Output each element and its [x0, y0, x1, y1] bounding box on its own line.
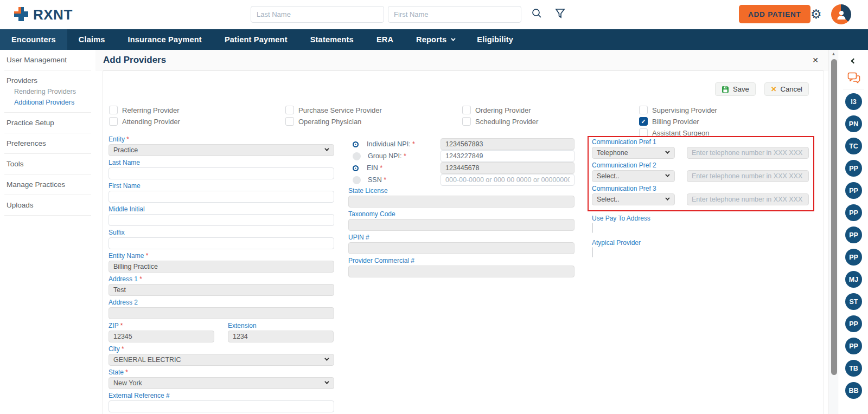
- supervising-provider-checkbox[interactable]: [639, 106, 648, 114]
- sidebar-item-manage-practices[interactable]: Manage Practices: [4, 179, 91, 190]
- comm-pref3-select[interactable]: Select..: [592, 193, 675, 205]
- first-name-search-input[interactable]: [388, 6, 521, 23]
- chevron-left-icon[interactable]: [848, 55, 859, 66]
- state-select[interactable]: New York: [108, 377, 334, 389]
- rxnt-plus-icon: [13, 6, 29, 23]
- vertical-scrollbar[interactable]: [828, 50, 838, 414]
- provider-type-col4: Supervising Provider Billing Provider As…: [639, 106, 717, 140]
- save-button[interactable]: Save: [715, 82, 756, 96]
- sidebar-item-additional-providers[interactable]: Additional Providers: [4, 96, 91, 107]
- last-name-field[interactable]: [108, 167, 334, 179]
- comm-pref1-select[interactable]: Telephone: [592, 147, 675, 159]
- group-npi-radio[interactable]: [353, 152, 361, 160]
- zip-field[interactable]: [108, 331, 214, 342]
- suffix-label: Suffix: [108, 229, 334, 236]
- ein-field[interactable]: [441, 162, 575, 174]
- chat-contact-badge[interactable]: BB: [845, 382, 862, 399]
- chat-contact-badge[interactable]: I3: [845, 93, 862, 110]
- use-pay-to-address-label: Use Pay To Address: [592, 215, 820, 222]
- sidebar-item-preferences[interactable]: Preferences: [4, 138, 91, 148]
- form-column-numbers: Individual NPI: Group NPI: EIN SSN State…: [348, 138, 575, 281]
- chat-contact-badge[interactable]: ST: [845, 293, 862, 310]
- scheduling-provider-checkbox[interactable]: [462, 117, 471, 126]
- chat-contact-badge[interactable]: MJ: [845, 271, 862, 288]
- avatar[interactable]: [831, 4, 851, 24]
- atypical-provider-checkbox[interactable]: [592, 247, 593, 257]
- attending-provider-checkbox[interactable]: [109, 117, 118, 126]
- settings-sidebar: User Management Providers Rendering Prov…: [0, 50, 95, 414]
- chat-contact-badge[interactable]: PP: [845, 315, 862, 332]
- middle-initial-field[interactable]: [108, 214, 334, 226]
- form-toolbar: Save Cancel: [715, 82, 809, 96]
- nav-statements[interactable]: Statements: [299, 29, 365, 50]
- scrollbar-thumb[interactable]: [831, 59, 837, 375]
- entity-select[interactable]: Practice: [108, 144, 334, 156]
- sidebar-item-uploads[interactable]: Uploads: [4, 200, 91, 210]
- close-icon[interactable]: [810, 55, 821, 66]
- cancel-button[interactable]: Cancel: [764, 82, 809, 96]
- upin-label: UPIN #: [348, 234, 575, 241]
- person-icon: [835, 9, 847, 21]
- city-select[interactable]: GENERAL ELECTRIC: [108, 354, 334, 366]
- nav-eligibility[interactable]: Eligibility: [465, 29, 525, 50]
- chat-contact-badge[interactable]: TB: [845, 360, 862, 377]
- last-name-search-input[interactable]: [251, 6, 384, 23]
- taxonomy-code-field[interactable]: [348, 219, 575, 231]
- suffix-field[interactable]: [108, 237, 334, 249]
- chat-bubbles-icon[interactable]: [847, 72, 860, 84]
- address2-field[interactable]: [108, 307, 334, 319]
- rxnt-logo[interactable]: RXNT: [13, 6, 73, 23]
- comm-pref1-label: Communication Pref 1: [592, 139, 809, 146]
- sidebar-item-tools[interactable]: Tools: [4, 159, 91, 169]
- chat-contact-badge[interactable]: PP: [845, 227, 862, 243]
- upin-field[interactable]: [348, 242, 575, 254]
- address1-field[interactable]: [108, 284, 334, 296]
- nav-insurance-payment[interactable]: Insurance Payment: [117, 29, 213, 50]
- funnel-icon[interactable]: [554, 7, 567, 22]
- gear-icon[interactable]: ⚙: [810, 5, 822, 23]
- comm-pref2-phone-field[interactable]: [687, 170, 809, 182]
- chat-contact-badge[interactable]: PP: [845, 204, 862, 221]
- entity-name-field[interactable]: [108, 261, 334, 273]
- search-icon[interactable]: [531, 7, 544, 22]
- sidebar-item-rendering-providers[interactable]: Rendering Providers: [4, 86, 91, 96]
- chat-contact-badge[interactable]: TC: [845, 138, 862, 154]
- group-npi-field[interactable]: [441, 150, 575, 162]
- ssn-radio[interactable]: [353, 176, 361, 184]
- comm-pref1-phone-field[interactable]: [687, 147, 809, 159]
- billing-provider-checkbox[interactable]: [639, 117, 648, 126]
- use-pay-to-address-checkbox[interactable]: [592, 223, 593, 233]
- purchase-service-provider-checkbox[interactable]: [285, 106, 294, 114]
- referring-provider-checkbox[interactable]: [109, 106, 118, 114]
- nav-era[interactable]: ERA: [365, 29, 405, 50]
- referring-provider-label: Referring Provider: [122, 106, 180, 114]
- chat-contact-badge[interactable]: PP: [845, 338, 862, 354]
- first-name-field[interactable]: [108, 191, 334, 203]
- individual-npi-field[interactable]: [441, 138, 575, 150]
- entity-name-label: Entity Name: [108, 253, 334, 260]
- comm-pref2-select[interactable]: Select..: [592, 170, 675, 182]
- scroll-up-arrow-icon[interactable]: [829, 50, 838, 58]
- individual-npi-radio[interactable]: [353, 141, 359, 147]
- chat-contact-badge[interactable]: PP: [845, 182, 862, 199]
- chat-contact-badge[interactable]: PP: [845, 160, 862, 177]
- nav-patient-payment[interactable]: Patient Payment: [213, 29, 299, 50]
- comm-pref3-phone-field[interactable]: [687, 193, 809, 205]
- nav-encounters[interactable]: Encounters: [0, 29, 67, 50]
- nav-claims[interactable]: Claims: [67, 29, 117, 50]
- extension-field[interactable]: [228, 331, 334, 342]
- chat-contact-badge[interactable]: PP: [845, 249, 862, 266]
- operating-physician-checkbox[interactable]: [285, 117, 294, 126]
- sidebar-item-practice-setup[interactable]: Practice Setup: [4, 118, 91, 128]
- chat-contact-badge[interactable]: PN: [845, 115, 862, 132]
- state-license-field[interactable]: [348, 196, 575, 208]
- ssn-field[interactable]: [441, 174, 575, 186]
- add-patient-button[interactable]: ADD PATIENT: [739, 5, 810, 23]
- nav-reports[interactable]: Reports: [405, 29, 465, 50]
- ein-radio[interactable]: [353, 165, 359, 171]
- external-reference-field[interactable]: [108, 400, 334, 412]
- provider-commercial-field[interactable]: [348, 266, 575, 277]
- ordering-provider-checkbox[interactable]: [462, 106, 471, 114]
- sidebar-item-user-management[interactable]: User Management: [4, 55, 91, 65]
- sidebar-item-providers[interactable]: Providers: [4, 75, 91, 86]
